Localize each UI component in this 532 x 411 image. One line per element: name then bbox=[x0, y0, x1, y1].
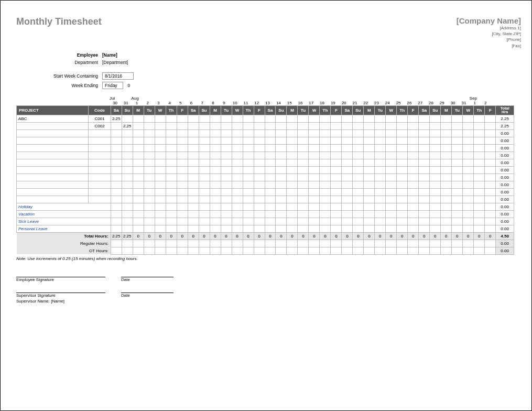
ot-hours-cell[interactable] bbox=[155, 247, 166, 254]
leave-hour-cell[interactable] bbox=[353, 225, 364, 232]
hour-cell[interactable] bbox=[188, 115, 199, 122]
hour-cell[interactable] bbox=[232, 129, 243, 137]
leave-hour-cell[interactable] bbox=[485, 210, 496, 218]
regular-hours-cell[interactable] bbox=[199, 240, 210, 247]
hour-cell[interactable] bbox=[397, 166, 408, 174]
hour-cell[interactable] bbox=[353, 152, 364, 159]
hour-cell[interactable] bbox=[463, 188, 474, 196]
hour-cell[interactable] bbox=[309, 181, 320, 188]
leave-hour-cell[interactable] bbox=[441, 225, 452, 232]
leave-hour-cell[interactable] bbox=[221, 203, 232, 210]
hour-cell[interactable] bbox=[408, 174, 419, 181]
leave-hour-cell[interactable] bbox=[342, 210, 353, 218]
leave-hour-cell[interactable] bbox=[419, 225, 430, 232]
hour-cell[interactable] bbox=[111, 166, 122, 174]
leave-hour-cell[interactable] bbox=[386, 210, 397, 218]
code-cell[interactable] bbox=[89, 144, 111, 152]
hour-cell[interactable] bbox=[166, 159, 177, 166]
hour-cell[interactable] bbox=[430, 159, 441, 166]
leave-hour-cell[interactable] bbox=[408, 218, 419, 225]
leave-hour-cell[interactable] bbox=[375, 203, 386, 210]
leave-hour-cell[interactable] bbox=[177, 203, 188, 210]
leave-hour-cell[interactable] bbox=[408, 210, 419, 218]
regular-hours-cell[interactable] bbox=[430, 240, 441, 247]
hour-cell[interactable] bbox=[221, 174, 232, 181]
leave-hour-cell[interactable] bbox=[254, 218, 265, 225]
hour-cell[interactable] bbox=[441, 181, 452, 188]
leave-hour-cell[interactable] bbox=[122, 218, 133, 225]
hour-cell[interactable] bbox=[408, 152, 419, 159]
ot-hours-cell[interactable] bbox=[254, 247, 265, 254]
hour-cell[interactable] bbox=[155, 129, 166, 137]
hour-cell[interactable] bbox=[397, 188, 408, 196]
leave-hour-cell[interactable] bbox=[474, 210, 485, 218]
leave-hour-cell[interactable] bbox=[419, 203, 430, 210]
hour-cell[interactable] bbox=[210, 122, 221, 129]
hour-cell[interactable] bbox=[309, 122, 320, 129]
hour-cell[interactable] bbox=[309, 137, 320, 144]
leave-hour-cell[interactable] bbox=[320, 218, 331, 225]
ot-hours-cell[interactable] bbox=[375, 247, 386, 254]
regular-hours-cell[interactable] bbox=[375, 240, 386, 247]
hour-cell[interactable] bbox=[210, 115, 221, 122]
leave-hour-cell[interactable] bbox=[243, 210, 254, 218]
hour-cell[interactable] bbox=[386, 129, 397, 137]
hour-cell[interactable] bbox=[177, 122, 188, 129]
hour-cell[interactable] bbox=[133, 166, 144, 174]
hour-cell[interactable] bbox=[144, 188, 155, 196]
hour-cell[interactable] bbox=[331, 115, 342, 122]
hour-cell[interactable] bbox=[452, 174, 463, 181]
hour-cell[interactable] bbox=[111, 122, 122, 129]
hour-cell[interactable] bbox=[254, 144, 265, 152]
hour-cell[interactable] bbox=[452, 144, 463, 152]
hour-cell[interactable] bbox=[199, 152, 210, 159]
leave-hour-cell[interactable] bbox=[276, 210, 287, 218]
hour-cell[interactable] bbox=[419, 174, 430, 181]
code-cell[interactable] bbox=[89, 152, 111, 159]
leave-hour-cell[interactable] bbox=[309, 203, 320, 210]
hour-cell[interactable] bbox=[430, 196, 441, 203]
hour-cell[interactable] bbox=[177, 181, 188, 188]
leave-hour-cell[interactable] bbox=[166, 203, 177, 210]
ot-hours-cell[interactable] bbox=[463, 247, 474, 254]
hour-cell[interactable] bbox=[111, 196, 122, 203]
hour-cell[interactable] bbox=[243, 181, 254, 188]
leave-hour-cell[interactable] bbox=[441, 203, 452, 210]
hour-cell[interactable] bbox=[463, 115, 474, 122]
project-cell[interactable] bbox=[17, 174, 89, 181]
hour-cell[interactable] bbox=[276, 129, 287, 137]
hour-cell[interactable] bbox=[452, 129, 463, 137]
leave-hour-cell[interactable] bbox=[331, 218, 342, 225]
hour-cell[interactable] bbox=[210, 174, 221, 181]
leave-hour-cell[interactable] bbox=[254, 225, 265, 232]
hour-cell[interactable] bbox=[199, 137, 210, 144]
hour-cell[interactable] bbox=[122, 144, 133, 152]
hour-cell[interactable] bbox=[419, 144, 430, 152]
hour-cell[interactable] bbox=[353, 174, 364, 181]
hour-cell[interactable] bbox=[177, 115, 188, 122]
regular-hours-cell[interactable] bbox=[265, 240, 276, 247]
hour-cell[interactable] bbox=[474, 137, 485, 144]
hour-cell[interactable] bbox=[331, 122, 342, 129]
hour-cell[interactable] bbox=[320, 137, 331, 144]
ot-hours-cell[interactable] bbox=[309, 247, 320, 254]
hour-cell[interactable] bbox=[430, 181, 441, 188]
leave-hour-cell[interactable] bbox=[199, 203, 210, 210]
hour-cell[interactable] bbox=[276, 181, 287, 188]
hour-cell[interactable] bbox=[441, 129, 452, 137]
hour-cell[interactable] bbox=[177, 152, 188, 159]
hour-cell[interactable] bbox=[452, 152, 463, 159]
leave-hour-cell[interactable] bbox=[463, 210, 474, 218]
hour-cell[interactable] bbox=[122, 159, 133, 166]
hour-cell[interactable] bbox=[419, 115, 430, 122]
hour-cell[interactable] bbox=[408, 122, 419, 129]
hour-cell[interactable] bbox=[177, 129, 188, 137]
hour-cell[interactable] bbox=[485, 166, 496, 174]
hour-cell[interactable] bbox=[243, 152, 254, 159]
hour-cell[interactable] bbox=[386, 174, 397, 181]
hour-cell[interactable] bbox=[320, 152, 331, 159]
leave-hour-cell[interactable] bbox=[386, 225, 397, 232]
leave-hour-cell[interactable] bbox=[287, 218, 298, 225]
hour-cell[interactable] bbox=[309, 174, 320, 181]
ot-hours-cell[interactable] bbox=[397, 247, 408, 254]
